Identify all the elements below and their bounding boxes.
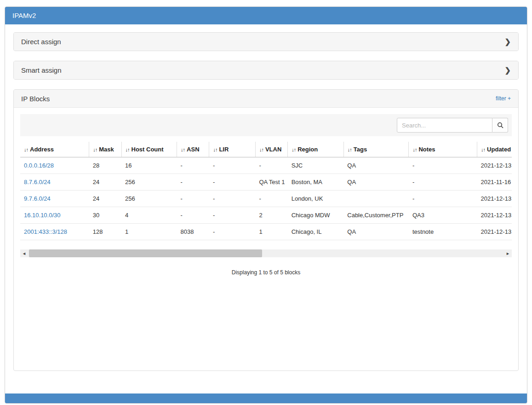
sort-icon: ↓↑ [292,147,296,152]
cell-updated: 2021-12-13 [477,157,512,174]
address-link[interactable]: 16.10.10.0/30 [24,212,61,219]
cell-address: 16.10.10.0/30 [20,207,89,224]
column-label: Notes [418,146,435,153]
cell-tags: QA [343,157,409,174]
cell-region: London, UK [288,191,344,207]
cell-notes: - [409,191,477,207]
cell-mask: 28 [89,157,121,174]
column-label: Address [30,146,54,153]
column-header-vlan[interactable]: ↓↑VLAN [255,142,287,157]
cell-vlan: - [255,191,287,207]
horizontal-scrollbar[interactable]: ◄ ► [20,249,512,257]
smart-assign-panel: Smart assign ❯ [13,61,519,80]
column-label: Updated [487,146,511,153]
address-link[interactable]: 9.7.6.0/24 [24,195,51,202]
column-label: Host Count [132,146,164,153]
column-header-region[interactable]: ↓↑Region [288,142,344,157]
cell-mask: 24 [89,174,121,191]
address-link[interactable]: 2001:433::3/128 [24,228,67,235]
cell-tags: QA [343,174,409,191]
address-link[interactable]: 0.0.0.16/28 [24,162,54,169]
cell-host-count: 16 [121,157,177,174]
cell-vlan: QA Test 1 [255,174,287,191]
app-header: IPAMv2 [5,7,527,24]
table-body: 0.0.0.16/282816---SJCQA-2021-12-138.7.6.… [20,157,512,240]
cell-lir: - [209,207,255,224]
sort-icon: ↓↑ [181,147,185,152]
cell-host-count: 4 [121,207,177,224]
cell-notes: testnote [409,224,477,240]
column-label: Mask [99,146,114,153]
sort-icon: ↓↑ [481,147,485,152]
app-title: IPAMv2 [12,12,36,19]
sort-icon: ↓↑ [213,147,217,152]
cell-host-count: 1 [121,224,177,240]
table-row: 2001:433::3/12812818038-1Chicago, ILQAte… [20,224,512,240]
cell-region: Chicago, IL [288,224,344,240]
app-body: Direct assign ❯ Smart assign ❯ IP Blocks… [5,24,527,393]
cell-tags: Cable,Customer,PTP [343,207,409,224]
cell-notes: - [409,174,477,191]
cell-region: Chicago MDW [288,207,344,224]
cell-lir: - [209,224,255,240]
ip-blocks-body: ↓↑Address↓↑Mask↓↑Host Count↓↑ASN↓↑LIR↓↑V… [14,108,518,370]
ip-blocks-table: ↓↑Address↓↑Mask↓↑Host Count↓↑ASN↓↑LIR↓↑V… [20,142,512,240]
cell-address: 9.7.6.0/24 [20,191,89,207]
cell-notes: - [409,157,477,174]
cell-address: 2001:433::3/128 [20,224,89,240]
cell-lir: - [209,174,255,191]
sort-icon: ↓↑ [348,147,352,152]
column-label: ASN [187,146,199,153]
cell-lir: - [209,157,255,174]
table-toolbar [20,114,512,136]
column-header-lir[interactable]: ↓↑LIR [209,142,255,157]
scroll-thumb[interactable] [29,249,262,257]
cell-mask: 24 [89,191,121,207]
sort-icon: ↓↑ [93,147,97,152]
cell-address: 8.7.6.0/24 [20,174,89,191]
scroll-left-arrow[interactable]: ◄ [20,249,28,257]
ip-blocks-title: IP Blocks [21,95,50,103]
address-link[interactable]: 8.7.6.0/24 [24,179,51,185]
column-header-address[interactable]: ↓↑Address [20,142,89,157]
table-row: 9.7.6.0/2424256---London, UK-2021-12-13 [20,191,512,207]
search-button[interactable] [492,118,508,133]
filter-toggle-link[interactable]: filter + [496,95,511,102]
cell-tags [343,191,409,207]
cell-vlan: 2 [255,207,287,224]
cell-notes: QA3 [409,207,477,224]
column-header-tags[interactable]: ↓↑Tags [343,142,409,157]
cell-vlan: 1 [255,224,287,240]
column-header-notes[interactable]: ↓↑Notes [409,142,477,157]
cell-updated: 2021-11-16 [477,174,512,191]
cell-asn: - [177,207,209,224]
ip-blocks-panel: IP Blocks filter + [13,89,519,371]
cell-asn: - [177,174,209,191]
app-container: IPAMv2 Direct assign ❯ Smart assign ❯ IP… [5,6,527,404]
table-header-row: ↓↑Address↓↑Mask↓↑Host Count↓↑ASN↓↑LIR↓↑V… [20,142,512,157]
cell-asn: - [177,191,209,207]
scroll-track[interactable] [28,249,504,257]
smart-assign-header[interactable]: Smart assign ❯ [14,61,518,79]
column-header-host-count[interactable]: ↓↑Host Count [121,142,177,157]
cell-updated: 2021-12-13 [477,191,512,207]
column-header-mask[interactable]: ↓↑Mask [89,142,121,157]
table-row: 0.0.0.16/282816---SJCQA-2021-12-13 [20,157,512,174]
direct-assign-title: Direct assign [21,38,61,46]
cell-address: 0.0.0.16/28 [20,157,89,174]
table-summary: Displaying 1 to 5 of 5 blocks [20,269,512,276]
chevron-right-icon: ❯ [505,37,511,46]
cell-updated: 2021-12-13 [477,207,512,224]
cell-lir: - [209,191,255,207]
cell-asn: 8038 [177,224,209,240]
cell-mask: 30 [89,207,121,224]
scroll-right-arrow[interactable]: ► [504,249,512,257]
direct-assign-header[interactable]: Direct assign ❯ [14,33,518,51]
cell-asn: - [177,157,209,174]
column-header-updated[interactable]: ↓↑Updated [477,142,512,157]
cell-tags: QA [343,224,409,240]
search-input[interactable] [397,118,492,133]
sort-icon: ↓↑ [259,147,263,152]
column-header-asn[interactable]: ↓↑ASN [177,142,209,157]
search-icon [497,122,503,128]
